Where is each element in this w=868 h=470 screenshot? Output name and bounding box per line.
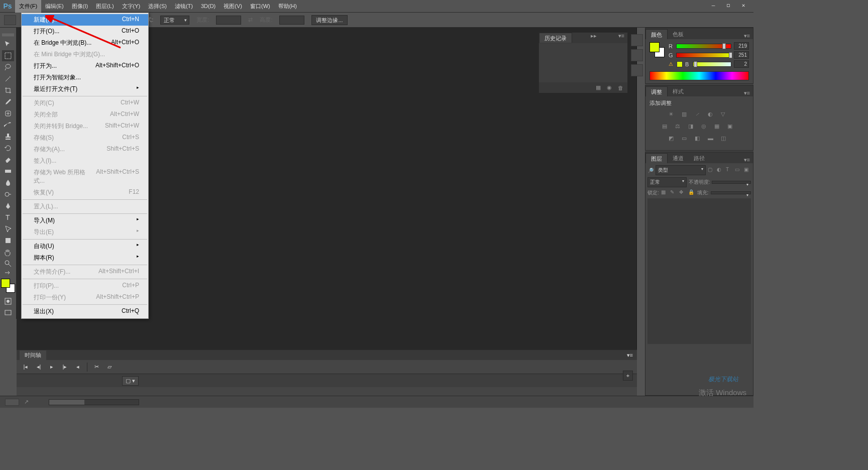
- selective-icon[interactable]: ◫: [721, 135, 730, 143]
- lock-trans-icon[interactable]: ▦: [661, 189, 668, 196]
- filter-type-icon[interactable]: T: [726, 167, 733, 174]
- add-track-button[interactable]: +: [623, 371, 633, 381]
- width-input[interactable]: [216, 16, 241, 25]
- lasso-tool[interactable]: [2, 62, 14, 73]
- history-collapse-icon[interactable]: ▸▸: [588, 33, 600, 43]
- invert-icon[interactable]: ◩: [669, 135, 678, 143]
- color-spectrum[interactable]: [649, 71, 749, 80]
- r-value[interactable]: 219: [734, 42, 749, 50]
- color-panel-swatches[interactable]: [649, 42, 665, 57]
- layers-tab[interactable]: 图层: [645, 153, 668, 163]
- strip-button-1[interactable]: [631, 34, 643, 46]
- hue-icon[interactable]: ▤: [662, 123, 671, 131]
- menu-item[interactable]: 脚本(R): [22, 252, 148, 264]
- style-dropdown[interactable]: 正常: [160, 16, 189, 25]
- timeline-menu-icon[interactable]: ▾≡: [627, 352, 637, 359]
- menu-0[interactable]: 文件(F): [15, 0, 41, 13]
- eyedropper-tool[interactable]: [2, 96, 14, 107]
- posterize-icon[interactable]: ▭: [682, 135, 691, 143]
- levels-icon[interactable]: ▥: [682, 111, 691, 119]
- menu-item[interactable]: 打开为...Alt+Shift+Ctrl+O: [22, 60, 148, 72]
- last-frame-button[interactable]: ◂: [74, 364, 82, 370]
- filter-adjust-icon[interactable]: ◐: [717, 167, 724, 174]
- balance-icon[interactable]: ⚖: [675, 123, 684, 131]
- eraser-tool[interactable]: [2, 154, 14, 165]
- path-select-tool[interactable]: [2, 223, 14, 234]
- history-camera-icon[interactable]: ◉: [607, 84, 612, 91]
- horizontal-scrollbar[interactable]: [49, 399, 139, 405]
- marquee-tool[interactable]: [2, 50, 14, 61]
- filter-smart-icon[interactable]: ▣: [744, 167, 751, 174]
- healing-tool[interactable]: [2, 108, 14, 119]
- prev-frame-button[interactable]: ◂|: [35, 364, 43, 370]
- adjustments-menu-icon[interactable]: ▾≡: [741, 90, 753, 96]
- swatches-tab[interactable]: 色板: [668, 29, 689, 39]
- zoom-tool[interactable]: [2, 258, 14, 269]
- mixer-icon[interactable]: ▦: [714, 123, 723, 131]
- fill-value[interactable]: [711, 191, 751, 194]
- color-panel-menu-icon[interactable]: ▾≡: [741, 33, 753, 39]
- color-tab[interactable]: 颜色: [645, 29, 668, 39]
- gradient-tool[interactable]: [2, 166, 14, 177]
- curves-icon[interactable]: ⟋: [695, 111, 704, 119]
- play-button[interactable]: ▸: [48, 364, 56, 370]
- exposure-icon[interactable]: ◐: [708, 111, 717, 119]
- styles-tab[interactable]: 样式: [668, 86, 689, 96]
- first-frame-button[interactable]: |◂: [22, 364, 30, 370]
- status-segment[interactable]: [5, 399, 19, 406]
- history-brush-tool[interactable]: [2, 143, 14, 154]
- b-value[interactable]: 2: [734, 60, 749, 68]
- brush-tool[interactable]: [2, 120, 14, 131]
- pen-tool[interactable]: [2, 200, 14, 211]
- paths-tab[interactable]: 路径: [689, 153, 710, 163]
- lookup-icon[interactable]: ▣: [727, 123, 736, 131]
- track-dropdown[interactable]: ▢ ▾: [122, 376, 139, 386]
- menu-item[interactable]: 最近打开文件(T): [22, 83, 148, 95]
- history-snapshot-icon[interactable]: ▦: [596, 84, 601, 91]
- strip-button-2[interactable]: [631, 49, 643, 61]
- history-tab[interactable]: 历史记录: [539, 33, 572, 43]
- filter-shape-icon[interactable]: ▭: [735, 167, 742, 174]
- blur-tool[interactable]: [2, 177, 14, 188]
- brightness-icon[interactable]: ☀: [669, 111, 678, 119]
- menu-10[interactable]: 帮助(H): [274, 0, 301, 13]
- foreground-swatch[interactable]: [1, 279, 10, 288]
- toolbox-grip[interactable]: [2, 34, 14, 37]
- menu-item[interactable]: 新建(N)...Ctrl+N: [22, 14, 148, 26]
- bw-icon[interactable]: ◨: [688, 123, 697, 131]
- wand-tool[interactable]: [2, 73, 14, 84]
- status-arrow-icon[interactable]: ↗: [24, 399, 29, 405]
- menu-item[interactable]: 打开(O)...Ctrl+O: [22, 26, 148, 37]
- layers-menu-icon[interactable]: ▾≡: [741, 157, 753, 163]
- menu-item[interactable]: 导入(M): [22, 215, 148, 226]
- stamp-tool[interactable]: [2, 131, 14, 142]
- shape-tool[interactable]: [2, 235, 14, 246]
- menu-5[interactable]: 选择(S): [144, 0, 171, 13]
- photo-filter-icon[interactable]: ◎: [701, 123, 710, 131]
- b-slider[interactable]: [693, 62, 731, 67]
- menu-item[interactable]: 退出(X)Ctrl+Q: [22, 306, 148, 317]
- close-button[interactable]: ✕: [739, 2, 747, 10]
- timeline-tab[interactable]: 时间轴: [20, 350, 46, 360]
- history-delete-icon[interactable]: 🗑: [618, 85, 623, 91]
- opacity-value[interactable]: [712, 181, 751, 184]
- filter-type-dropdown[interactable]: 类型: [656, 165, 706, 175]
- filter-search-icon[interactable]: 🔎: [647, 168, 654, 173]
- refine-edge-button[interactable]: 调整边缘...: [311, 15, 347, 25]
- gamut-swatch[interactable]: [677, 61, 683, 67]
- lock-paint-icon[interactable]: ✎: [670, 189, 677, 196]
- type-tool[interactable]: T: [2, 212, 14, 223]
- next-frame-button[interactable]: |▸: [61, 364, 69, 370]
- lock-move-icon[interactable]: ✥: [679, 189, 686, 196]
- swap-icon[interactable]: ⇄: [248, 17, 253, 23]
- menu-2[interactable]: 图像(I): [68, 0, 92, 13]
- adjustments-tab[interactable]: 调整: [645, 86, 668, 96]
- menu-item[interactable]: 在 Bridge 中浏览(B)...Alt+Ctrl+O: [22, 37, 148, 49]
- menu-item[interactable]: 打开为智能对象...: [22, 72, 148, 83]
- g-slider[interactable]: [676, 53, 731, 58]
- gradient-map-icon[interactable]: ▬: [708, 135, 717, 143]
- swap-colors-icon[interactable]: [2, 270, 14, 276]
- filter-pixel-icon[interactable]: ▢: [708, 167, 715, 174]
- quickmask-tool[interactable]: [2, 296, 14, 307]
- menu-7[interactable]: 3D(D): [197, 0, 220, 13]
